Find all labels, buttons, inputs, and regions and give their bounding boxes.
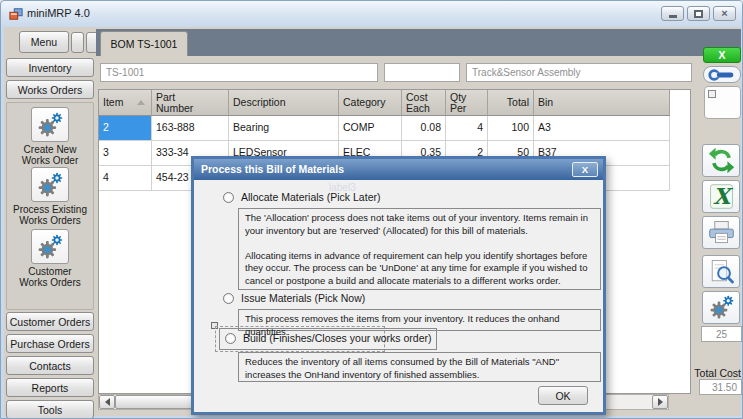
issue-radio[interactable] [223,293,234,304]
settings-wrench-button[interactable] [703,66,741,83]
app-window: miniMRP 4.0 × Menu BOM TS-1001 Inventory… [0,0,743,419]
window-title: miniMRP 4.0 [27,7,90,19]
cell-item[interactable]: 4 [99,166,152,191]
app-icon [9,7,23,21]
mini-checkbox[interactable] [708,90,716,98]
revision-field[interactable] [384,63,460,82]
sidebar-item-tools[interactable]: Tools [6,400,94,419]
description-field[interactable] [466,63,692,82]
process-bom-dialog: Process this Bill of Materials X label3 … [191,156,606,415]
gears-icon [36,233,64,261]
cell-cost-each[interactable]: 0.08 [402,116,446,141]
cell-description[interactable]: Bearing [229,116,339,141]
customer-works-orders-button[interactable] [31,229,69,264]
scroll-right-button[interactable] [652,395,668,409]
table-header-row[interactable]: Item Part Number Description Category Co… [99,90,690,116]
column-header-description[interactable]: Description [229,90,339,116]
part-number-field[interactable] [100,63,378,82]
column-header-cost-each[interactable]: Cost Each [402,90,446,116]
sidebar-item-works-orders[interactable]: Works Orders [6,80,94,99]
close-icon: × [721,8,727,19]
sort-ascending-icon [137,100,145,105]
cell-bin[interactable]: A3 [534,116,670,141]
allocate-description: The 'Allocation' process does not take i… [238,208,601,290]
gears-icon [708,294,735,321]
dialog-titlebar[interactable]: Process this Bill of Materials [194,159,603,180]
maximize-icon [694,10,703,18]
build-description: Reduces the inventory of all items consu… [238,352,601,382]
column-header-item[interactable]: Item [99,90,152,116]
maximize-button[interactable] [687,6,710,21]
column-header-total[interactable]: Total [488,90,534,116]
refresh-icon [708,147,735,174]
cell-qty-per[interactable]: 4 [446,116,488,141]
printer-icon [708,219,735,246]
column-header-bin[interactable]: Bin [534,90,670,116]
customer-works-orders-label: Customer Works Orders [4,266,96,288]
close-button[interactable]: × [713,6,736,21]
ok-button[interactable]: OK [538,386,588,405]
total-cost-value-field[interactable] [699,379,742,395]
menu-button[interactable]: Menu [19,31,69,53]
window-titlebar[interactable]: miniMRP 4.0 × [1,1,743,27]
allocate-radio[interactable] [223,192,234,203]
table-row[interactable]: 2 163-888 Bearing COMP 0.08 4 100 A3 [99,116,690,141]
tab-strip: BOM TS-1001 [96,29,741,56]
gears-icon [36,111,64,139]
tab-bom-ts-1001[interactable]: BOM TS-1001 [100,31,188,56]
option-mini-panel[interactable] [704,86,741,119]
minimize-button[interactable] [661,6,684,21]
magnifier-document-icon [708,258,735,285]
wrench-icon [707,68,737,82]
process-existing-works-orders-label: Process Existing Works Orders [4,204,96,226]
total-cost-label: Total Cost [681,367,741,379]
close-bom-green-button[interactable]: X [703,47,741,63]
sidebar-item-reports[interactable]: Reports [6,378,94,397]
create-new-works-order-button[interactable] [31,107,69,142]
create-new-works-order-label: Create New Works Order [4,144,96,166]
print-preview-button[interactable] [702,255,740,288]
issue-radio-label[interactable]: Issue Materials (Pick Now) [241,292,365,304]
menu-stub-button-1[interactable] [71,32,84,53]
sidebar-item-inventory[interactable]: Inventory [6,58,94,77]
column-header-category[interactable]: Category [339,90,402,116]
print-button[interactable] [702,216,740,249]
cell-category[interactable]: COMP [339,116,402,141]
excel-icon [708,183,735,210]
export-excel-button[interactable] [702,180,740,213]
build-quantity-field[interactable] [701,326,742,342]
sidebar-item-contacts[interactable]: Contacts [6,356,94,375]
scroll-left-button[interactable] [99,395,115,409]
dialog-close-button[interactable]: X [572,162,598,177]
gears-icon [36,171,64,199]
sidebar-item-customer-orders[interactable]: Customer Orders [6,312,94,331]
cell-total[interactable]: 100 [488,116,534,141]
cell-item[interactable]: 3 [99,141,152,166]
arrow-left-icon [105,398,110,406]
arrow-right-icon [658,398,663,406]
column-header-part-number[interactable]: Part Number [152,90,229,116]
sidebar-item-purchase-orders[interactable]: Purchase Orders [6,334,94,353]
allocate-radio-label[interactable]: Allocate Materials (Pick Later) [241,191,380,203]
refresh-button[interactable] [702,144,740,177]
cell-part[interactable]: 163-888 [152,116,229,141]
process-works-order-button[interactable] [702,291,740,324]
build-radio-label[interactable]: Build (Finishes/Closes your works order) [243,332,431,344]
build-radio[interactable] [225,333,236,344]
dialog-body: label3 Allocate Materials (Pick Later) T… [194,180,603,412]
column-header-qty-per[interactable]: Qty Per [446,90,488,116]
process-existing-works-orders-button[interactable] [31,167,69,202]
minimize-icon [669,15,677,18]
cell-item-selected[interactable]: 2 [99,116,152,141]
